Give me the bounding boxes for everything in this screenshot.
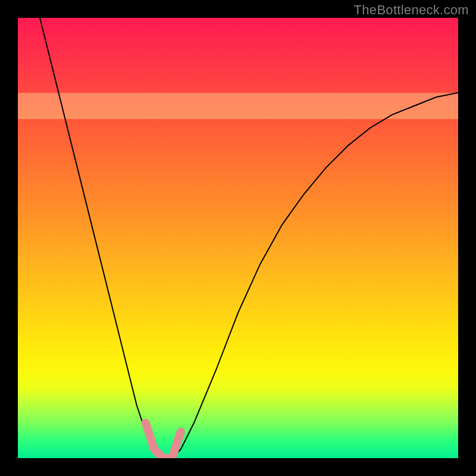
watermark-text: TheBottleneck.com [354, 2, 469, 18]
bottleneck-curve [40, 18, 458, 458]
chart-container: TheBottleneck.com [0, 0, 476, 476]
curve-layer [18, 18, 458, 458]
optimal-marker [146, 423, 181, 458]
plot-area [18, 18, 458, 458]
